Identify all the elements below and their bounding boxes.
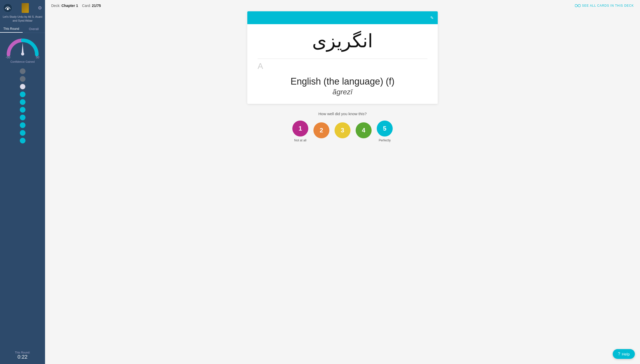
dot-6 bbox=[20, 107, 25, 113]
english-translation: English (the language) (f) bbox=[291, 76, 394, 87]
rating-question: How well did you know this? bbox=[318, 112, 367, 116]
app-logo bbox=[3, 3, 12, 13]
card-label: Card: bbox=[82, 4, 91, 8]
see-all-label: SEE ALL CARDS IN THIS DECK bbox=[582, 4, 634, 7]
edit-card-button[interactable]: ✎ bbox=[430, 15, 434, 20]
rating-circle-1: 1 bbox=[292, 121, 308, 136]
dot-3 bbox=[20, 84, 25, 89]
gauge-max: 50 bbox=[36, 56, 39, 59]
deck-name: Chapter 1 bbox=[62, 4, 78, 8]
rating-label-5: Perfectly bbox=[379, 139, 391, 142]
svg-point-4 bbox=[575, 4, 577, 7]
rating-buttons: 1 Not at all 2 3 4 5 Perfectly bbox=[292, 121, 393, 142]
gauge-labels: -50 50 bbox=[6, 56, 39, 59]
gauge-svg bbox=[5, 36, 41, 57]
help-label: Help bbox=[622, 352, 630, 356]
dot-2 bbox=[20, 76, 25, 82]
app-title: Let's Study Urdu by Ali S. Asani and Sye… bbox=[0, 15, 45, 25]
help-icon: ? bbox=[618, 352, 620, 356]
timer-section: This Round: 0:22 bbox=[15, 348, 30, 364]
dot-8 bbox=[20, 122, 25, 128]
rating-circle-4: 4 bbox=[356, 122, 372, 138]
dot-4 bbox=[20, 92, 25, 97]
book-icon bbox=[22, 3, 29, 13]
rating-button-3[interactable]: 3 bbox=[335, 122, 350, 140]
svg-point-5 bbox=[578, 4, 581, 7]
tab-overall[interactable]: Overall bbox=[23, 25, 45, 33]
card-position: 21/75 bbox=[92, 4, 101, 8]
confidence-label: Confidence Gained bbox=[10, 60, 34, 63]
gauge-min: -50 bbox=[6, 56, 10, 59]
rating-button-2[interactable]: 2 bbox=[313, 122, 329, 140]
see-all-cards-button[interactable]: SEE ALL CARDS IN THIS DECK bbox=[575, 4, 634, 7]
rating-button-5[interactable]: 5 Perfectly bbox=[377, 121, 393, 142]
card-header: ✎ bbox=[247, 11, 438, 24]
timer-label: This Round: bbox=[15, 351, 30, 354]
rating-circle-5: 5 bbox=[377, 121, 393, 136]
deck-info: Deck: Chapter 1 Card: 21/75 bbox=[51, 4, 101, 8]
sidebar: ⚙ Let's Study Urdu by Ali S. Asani and S… bbox=[0, 0, 45, 364]
settings-button[interactable]: ⚙ bbox=[38, 5, 42, 11]
svg-marker-2 bbox=[22, 43, 24, 54]
tabs-row: This Round Overall bbox=[0, 25, 45, 33]
progress-dots bbox=[20, 68, 25, 348]
glasses-icon bbox=[575, 4, 581, 7]
card-divider bbox=[258, 59, 427, 59]
dot-1 bbox=[20, 68, 25, 74]
romanized-pronunciation: ãgrezī bbox=[332, 88, 353, 96]
deck-label: Deck: bbox=[51, 4, 60, 8]
svg-point-3 bbox=[21, 52, 24, 56]
main-content: Deck: Chapter 1 Card: 21/75 SEE ALL CARD… bbox=[45, 0, 640, 364]
svg-point-1 bbox=[7, 8, 9, 10]
dot-5 bbox=[20, 99, 25, 105]
rating-button-1[interactable]: 1 Not at all bbox=[292, 121, 308, 142]
urdu-word: انگریزی bbox=[312, 29, 373, 53]
card-area: ✎ انگریزی A English (the language) (f) ã… bbox=[45, 11, 640, 364]
dot-7 bbox=[20, 115, 25, 120]
help-button[interactable]: ? Help bbox=[613, 349, 635, 359]
tab-this-round[interactable]: This Round bbox=[0, 25, 23, 33]
dot-10 bbox=[20, 138, 25, 143]
rating-button-4[interactable]: 4 bbox=[356, 122, 372, 140]
dot-9 bbox=[20, 130, 25, 136]
type-icon: A bbox=[258, 61, 263, 71]
confidence-gauge: -50 50 Confidence Gained bbox=[0, 36, 45, 63]
timer-value: 0:22 bbox=[15, 354, 30, 360]
sidebar-header: ⚙ bbox=[0, 3, 45, 15]
rating-circle-2: 2 bbox=[313, 122, 329, 138]
rating-section: How well did you know this? 1 Not at all… bbox=[55, 112, 630, 142]
rating-label-1: Not at all bbox=[294, 139, 306, 142]
top-bar: Deck: Chapter 1 Card: 21/75 SEE ALL CARD… bbox=[45, 0, 640, 11]
flashcard: ✎ انگریزی A English (the language) (f) ã… bbox=[247, 11, 438, 104]
card-body: انگریزی A English (the language) (f) ãgr… bbox=[247, 24, 438, 104]
rating-circle-3: 3 bbox=[335, 122, 350, 138]
